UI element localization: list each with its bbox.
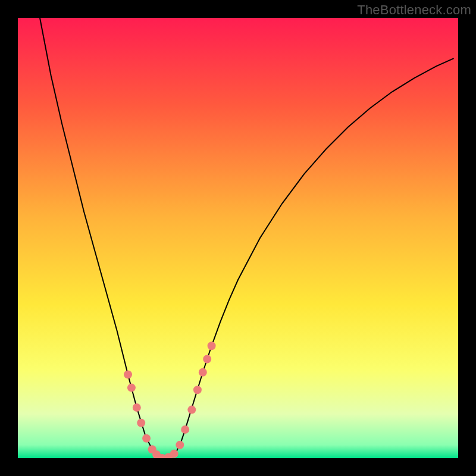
marker-point xyxy=(203,355,211,364)
marker-point xyxy=(181,425,189,434)
chart-svg xyxy=(18,18,458,458)
chart-frame: TheBottleneck.com xyxy=(0,0,476,476)
marker-point xyxy=(142,434,151,443)
marker-point xyxy=(187,406,196,414)
marker-point xyxy=(208,342,216,350)
plot-area xyxy=(18,18,458,458)
marker-point xyxy=(193,386,202,394)
watermark-text: TheBottleneck.com xyxy=(357,2,471,18)
marker-point xyxy=(137,419,145,427)
marker-point xyxy=(170,450,178,458)
marker-point xyxy=(124,370,132,378)
marker-point xyxy=(176,441,184,449)
gradient-background xyxy=(18,18,458,458)
marker-point xyxy=(133,403,141,412)
marker-point xyxy=(127,384,136,392)
marker-point xyxy=(199,368,207,377)
